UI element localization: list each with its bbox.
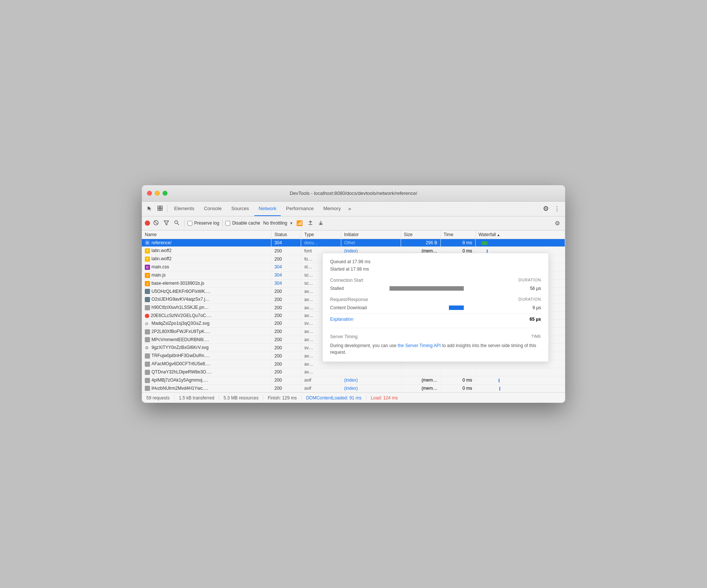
td-name: 4pIMBj7zOAk1y5Agmmoj.…: [142, 376, 271, 384]
content-download-label: Content Download: [330, 305, 390, 310]
td-name: MPcVmmemtEEDURBN6l.…: [142, 336, 271, 344]
filter-button[interactable]: [162, 219, 171, 228]
network-settings-icon[interactable]: ⚙: [553, 219, 562, 228]
td-waterfall: [475, 368, 565, 376]
tab-console[interactable]: Console: [199, 201, 226, 216]
tab-sources[interactable]: Sources: [227, 201, 254, 216]
col-header-waterfall[interactable]: Waterfall: [475, 231, 565, 239]
server-timing-header: Server Timing TIME: [330, 334, 541, 339]
td-name: ⊘MadqZslZpo1sj3qQ3GsZ.svg: [142, 320, 271, 328]
file-name: AFacMOgv6D0CFTr6U5e8.…: [152, 361, 211, 366]
record-button[interactable]: [145, 220, 150, 226]
minimize-button[interactable]: [155, 191, 160, 196]
td-name: Tlatin.woff2: [142, 255, 271, 263]
td-time: 0 ms: [440, 376, 475, 384]
td-status: 304: [271, 239, 301, 247]
tab-network[interactable]: Network: [254, 201, 281, 216]
file-name: main.js: [152, 272, 166, 278]
td-name: lHvzbNUlrm2Mvd4H1Ywc.…: [142, 384, 271, 392]
close-button[interactable]: [147, 191, 152, 196]
request-count: 59 requests: [146, 395, 175, 401]
stalled-label: Stalled: [330, 286, 390, 291]
td-name: 2P2L80XfBoFWJFxU9TpK.…: [142, 327, 271, 336]
popup-divider: [330, 328, 541, 328]
server-timing-title: Server Timing: [330, 334, 358, 339]
upload-icon[interactable]: [306, 219, 315, 228]
td-status: 200: [271, 368, 301, 376]
disable-cache-checkbox[interactable]: [225, 221, 230, 226]
preserve-log-checkbox[interactable]: [188, 221, 192, 226]
col-header-type[interactable]: Type: [301, 231, 341, 239]
maximize-button[interactable]: [163, 191, 167, 196]
status-bar: 59 requests 1.5 kB transferred 5.3 MB re…: [142, 392, 565, 403]
col-header-name[interactable]: Name: [142, 231, 271, 239]
td-name: QTDnaY32hLDipeRW8e3O.…: [142, 368, 271, 376]
file-name: O2slJEHG9avKV4aqzSx7.j…: [152, 297, 210, 302]
svg-rect-2: [158, 209, 160, 210]
col-header-status[interactable]: Status: [271, 231, 301, 239]
td-status: 200: [271, 304, 301, 312]
more-tabs-button[interactable]: »: [346, 204, 354, 213]
action-separator: [184, 219, 185, 227]
disable-cache-label[interactable]: Disable cache: [225, 220, 260, 226]
file-name: MPcVmmemtEEDURBN6l.…: [152, 337, 209, 342]
load-time: Load: 124 ms: [371, 395, 403, 401]
action-bar: Preserve log Disable cache No throttling…: [142, 216, 565, 231]
td-status: 200: [271, 344, 301, 352]
search-button[interactable]: [172, 219, 181, 228]
stalled-value: 56 μs: [519, 286, 541, 291]
traffic-lights: [147, 191, 167, 196]
throttle-selector[interactable]: No throttling: [263, 220, 287, 226]
wifi-icon[interactable]: 📶: [294, 219, 304, 227]
file-name: base-element-3018901b.js: [152, 281, 204, 286]
td-waterfall: [475, 384, 565, 392]
tab-memory[interactable]: Memory: [319, 201, 345, 216]
file-name: 2P2L80XfBoFWJFxU9TpK.…: [152, 329, 210, 334]
download-icon[interactable]: [316, 219, 325, 228]
initiator-link[interactable]: (index): [344, 378, 358, 383]
tab-performance[interactable]: Performance: [281, 201, 318, 216]
dom-content-loaded: DOMContentLoaded: 91 ms: [306, 395, 366, 401]
file-name: U5OHzQL4tEKFr6OFlxWK.…: [152, 289, 211, 294]
td-size: (mem…: [401, 384, 440, 392]
server-timing-api-link[interactable]: the Server Timing API: [398, 343, 441, 348]
preserve-log-label[interactable]: Preserve log: [188, 220, 219, 226]
col-header-size[interactable]: Size: [401, 231, 440, 239]
timing-popup: Queued at 17.98 ms Started at 17.98 ms C…: [322, 253, 549, 362]
td-name: Dreference/: [142, 239, 271, 247]
table-row[interactable]: QTDnaY32hLDipeRW8e3O.… 200 av…: [142, 368, 565, 376]
col-header-initiator[interactable]: Initiator: [341, 231, 401, 239]
table-container: Name Status Type Initiator Size Time Wat…: [142, 231, 565, 393]
tab-elements[interactable]: Elements: [170, 201, 199, 216]
table-row[interactable]: Dreference/ 304 docu… Other 296 B 8 ms: [142, 239, 565, 247]
connection-duration-label: DURATION: [518, 278, 541, 283]
td-status: 200: [271, 360, 301, 368]
td-time: 0 ms: [440, 384, 475, 392]
queued-info: Queued at 17.98 ms: [330, 259, 541, 264]
window-title: DevTools - localhost:8080/docs/devtools/…: [290, 190, 417, 196]
total-row: Explanation 65 μs: [330, 313, 541, 322]
td-initiator: (index): [341, 376, 401, 384]
td-status: 200: [271, 376, 301, 384]
svg-rect-1: [160, 206, 162, 208]
server-timing-section: Server Timing TIME During development, y…: [330, 334, 541, 356]
td-time: [440, 368, 475, 376]
explanation-link[interactable]: Explanation: [330, 317, 354, 322]
table-row[interactable]: lHvzbNUlrm2Mvd4H1Ywc.… 200 avif (index) …: [142, 384, 565, 392]
table-row[interactable]: 4pIMBj7zOAk1y5Agmmoj.… 200 avif (index) …: [142, 376, 565, 384]
settings-icon[interactable]: ⚙: [541, 203, 551, 214]
action-separator-2: [222, 219, 222, 227]
col-header-time[interactable]: Time: [440, 231, 475, 239]
stalled-row: Stalled 56 μs: [330, 286, 541, 291]
inspect-icon[interactable]: [155, 204, 165, 213]
cursor-icon[interactable]: [145, 204, 154, 213]
more-options-icon[interactable]: ⋮: [552, 204, 562, 214]
file-name: lHvzbNUlrm2Mvd4H1Ywc.…: [152, 386, 208, 391]
td-status: 304: [271, 263, 301, 271]
file-name: reference/: [152, 240, 172, 245]
throttle-arrow[interactable]: ▼: [289, 221, 293, 225]
initiator-link[interactable]: (index): [344, 386, 358, 391]
clear-button[interactable]: [152, 219, 160, 228]
td-status: 200: [271, 255, 301, 263]
connection-start-title: Connection Start: [330, 278, 363, 283]
